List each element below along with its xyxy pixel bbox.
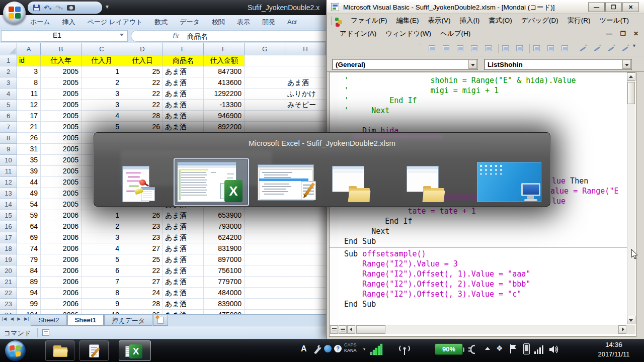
device-icon[interactable] [523,343,530,354]
cell-H2[interactable] [285,66,330,77]
cell-C3[interactable]: 2 [82,77,122,88]
ribbon-tab-3[interactable]: 数式 [148,15,174,29]
cell-C6[interactable]: 4 [82,111,122,122]
row-header-18[interactable]: 18 [0,243,17,254]
procedure-dropdown[interactable]: ListShohin [484,59,632,70]
row-header-9[interactable]: 9 [0,144,17,155]
cell-H22[interactable] [285,288,330,299]
cell-F20[interactable]: 756100 [204,265,245,277]
cell-F21[interactable]: 779700 [204,277,245,288]
cell-B10[interactable]: 2005 [41,155,82,166]
toolbar-icon-4[interactable] [484,44,494,53]
cell-E16[interactable]: あま酒 [163,221,204,232]
row-header-2[interactable]: 2 [0,66,17,77]
row-header-6[interactable]: 6 [0,111,17,122]
cell-E4[interactable]: あま酒 [163,88,204,100]
cell-F4[interactable]: 1292200 [204,88,245,100]
cell-F22[interactable]: 484000 [204,288,245,299]
object-dropdown-arrow-icon[interactable] [468,60,477,69]
cell-C23[interactable]: 9 [82,299,122,310]
cell-H1[interactable] [285,55,330,66]
cell-A9[interactable]: 31 [17,144,41,155]
cell-A20[interactable]: 84 [17,265,41,277]
cell-G24[interactable] [245,310,285,314]
cell-E18[interactable]: あま酒 [163,243,204,254]
cell-B11[interactable]: 2005 [41,166,82,177]
cell-F16[interactable]: 793000 [204,221,245,232]
cell-H23[interactable] [285,299,330,310]
office-button[interactable] [3,2,26,24]
clock-time[interactable]: 14:36 [589,341,639,348]
cell-A13[interactable]: 49 [17,188,41,199]
cell-C21[interactable]: 7 [82,277,122,288]
cell-A12[interactable]: 44 [17,177,41,188]
row-header-24[interactable]: 24 [0,310,17,314]
sheet-tab-Sheet1[interactable]: Sheet1 [67,315,104,326]
cell-E20[interactable]: あま酒 [163,265,204,277]
name-box-dropdown-icon[interactable] [120,34,124,36]
cell-B7[interactable]: 2005 [41,122,82,133]
row-header-22[interactable]: 22 [0,288,17,299]
cell-E22[interactable]: あま酒 [163,288,204,299]
cell-F17[interactable]: 624200 [204,232,245,243]
toolbar-pen-icon-0[interactable] [579,44,588,52]
cell-B17[interactable]: 2006 [41,232,82,243]
cell-G7[interactable] [245,122,285,133]
toolbar-icon-9[interactable] [560,44,571,53]
cell-B8[interactable]: 2005 [41,133,82,144]
row-header-8[interactable]: 8 [0,133,17,144]
cell-A14[interactable]: 54 [17,199,41,210]
vba-menu-3[interactable]: 挿入(I) [455,14,485,27]
cell-B15[interactable]: 2006 [41,210,82,221]
vba-menu-1[interactable]: 編集(E) [392,14,424,27]
cell-F1[interactable]: 仕入金額 [204,55,245,66]
cell-B1[interactable]: 仕入年 [41,55,82,66]
show-hidden-icons-button[interactable] [485,347,490,350]
vba-menu2-2[interactable]: ヘルプ(H) [436,27,475,40]
cell-G18[interactable] [245,243,285,254]
cell-D17[interactable]: 23 [122,232,163,243]
row-header-15[interactable]: 15 [0,210,17,221]
cell-F15[interactable]: 653900 [204,210,245,221]
ime-mode-icon[interactable]: A [301,344,307,353]
vba-menu2-1[interactable]: ウィンドウ(W) [381,27,436,40]
cell-D19[interactable]: 25 [122,254,163,265]
cell-B5[interactable]: 2005 [41,100,82,111]
row-header-16[interactable]: 16 [0,221,17,232]
cell-G22[interactable] [245,288,285,299]
cell-E7[interactable]: あま酒 [163,122,204,133]
vba-minimize-button[interactable]: — [588,2,605,12]
row-header-19[interactable]: 19 [0,254,17,265]
name-box[interactable] [1,30,128,42]
taskbar-excel-button[interactable]: X [119,340,151,361]
cell-G1[interactable] [245,55,285,66]
cell-B20[interactable]: 2006 [41,265,82,277]
action-center-flag-icon[interactable] [509,343,517,354]
toolbar-pen-icon-1[interactable] [593,44,602,52]
cell-C15[interactable]: 1 [82,210,122,221]
cell-E15[interactable]: あま酒 [163,210,204,221]
code-vertical-scrollbar[interactable] [627,72,635,324]
column-header-A[interactable]: A [17,43,41,55]
cell-H4[interactable]: ふりかけ [285,88,330,100]
cell-A19[interactable]: 79 [17,254,41,265]
procedure-dropdown-arrow-icon[interactable] [622,60,631,69]
ime-blue-icon[interactable] [324,345,332,352]
cell-D21[interactable]: 27 [122,277,163,288]
mdi-close-icon[interactable]: ✕ [633,30,638,37]
next-sheet-icon[interactable]: ▶ [17,316,21,321]
cell-C19[interactable]: 5 [82,254,122,265]
row-header-5[interactable]: 5 [0,100,17,111]
column-header-F[interactable]: F [204,43,245,55]
cell-E21[interactable]: あま酒 [163,277,204,288]
cell-D6[interactable]: 28 [122,111,163,122]
toolbar-icon-1[interactable] [442,44,452,53]
row-header-12[interactable]: 12 [0,177,17,188]
cell-G4[interactable] [245,88,285,100]
cell-A16[interactable]: 64 [17,221,41,232]
cell-B9[interactable]: 2005 [41,144,82,155]
last-sheet-icon[interactable]: ▶| [24,316,29,321]
cell-D16[interactable]: 23 [122,221,163,232]
cell-A6[interactable]: 17 [17,111,41,122]
cell-A7[interactable]: 21 [17,122,41,133]
